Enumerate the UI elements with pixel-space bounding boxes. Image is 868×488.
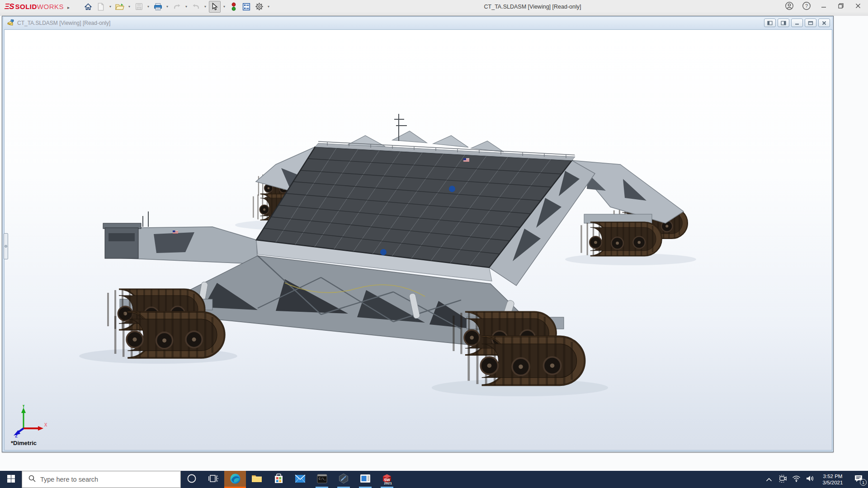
undo-dropdown[interactable]: ▾ bbox=[184, 5, 189, 9]
collapse-right-pane-button[interactable] bbox=[778, 19, 789, 27]
document-window: CT_TA.SLDASM [Viewing] [Read-only] bbox=[2, 16, 834, 452]
taskbar-app-blue-window[interactable] bbox=[354, 471, 376, 488]
windows-logo-icon bbox=[7, 475, 15, 484]
solidworks-app-icon: SW 2021 bbox=[381, 473, 393, 486]
microsoft-store-icon bbox=[274, 474, 283, 485]
window-controls: ? bbox=[782, 0, 865, 14]
account-button[interactable] bbox=[782, 1, 797, 13]
doc-close-icon bbox=[821, 19, 827, 27]
speaker-icon bbox=[806, 475, 814, 484]
doc-restore-icon bbox=[808, 19, 813, 27]
document-titlebar[interactable]: CT_TA.SLDASM [Viewing] [Read-only] bbox=[4, 17, 832, 29]
doc-minimize-button[interactable] bbox=[791, 19, 803, 27]
taskbar-app-mail[interactable] bbox=[289, 471, 311, 488]
taskbar-search-input[interactable] bbox=[40, 476, 180, 483]
file-properties-button[interactable] bbox=[241, 1, 252, 13]
restore-button[interactable] bbox=[834, 1, 848, 13]
close-button[interactable] bbox=[851, 1, 865, 13]
select-cursor-icon bbox=[211, 3, 218, 11]
network-button[interactable] bbox=[789, 471, 803, 488]
cortana-icon bbox=[187, 474, 197, 485]
search-icon bbox=[28, 475, 36, 484]
account-icon bbox=[785, 1, 794, 12]
solidworks-logo: ΞS SOLID WORKS ▸ bbox=[5, 2, 70, 11]
rebuild-button[interactable] bbox=[228, 1, 240, 13]
print-button[interactable] bbox=[152, 1, 164, 13]
redo-dropdown[interactable]: ▾ bbox=[203, 5, 208, 9]
assembly-icon bbox=[7, 19, 14, 28]
doc-close-button[interactable] bbox=[818, 19, 830, 27]
minimize-button[interactable] bbox=[816, 1, 831, 13]
notification-badge: 1 bbox=[860, 479, 867, 486]
chevron-up-icon bbox=[766, 475, 772, 483]
feature-manager-splitter[interactable] bbox=[4, 233, 8, 259]
wifi-icon bbox=[792, 475, 801, 484]
new-document-button[interactable] bbox=[95, 1, 107, 13]
clock-time: 3:52 PM bbox=[817, 473, 848, 479]
cmd-prompt-text: C:\_ bbox=[319, 478, 326, 481]
quick-access-toolbar: ▾ ▾ ▾ ▾ ▾ ▾ ▾ ▾ bbox=[82, 1, 271, 13]
undo-button[interactable] bbox=[171, 1, 183, 13]
save-button[interactable] bbox=[133, 1, 145, 13]
save-floppy-icon bbox=[135, 3, 143, 10]
open-dropdown[interactable]: ▾ bbox=[127, 5, 132, 9]
taskbar-search[interactable] bbox=[22, 471, 181, 488]
app-titlebar: ΞS SOLID WORKS ▸ ▾ ▾ ▾ ▾ ▾ ▾ bbox=[0, 0, 868, 14]
graphics-viewport[interactable]: Y X Z *Dimetric bbox=[4, 29, 832, 450]
open-button[interactable] bbox=[114, 1, 126, 13]
view-orientation-label: *Dimetric bbox=[11, 440, 37, 446]
hexagon-app-icon bbox=[338, 473, 349, 486]
taskbar-app-command-prompt[interactable]: C:\_ bbox=[311, 471, 333, 488]
start-button[interactable] bbox=[0, 471, 22, 488]
svg-text:?: ? bbox=[805, 3, 808, 9]
new-document-icon bbox=[97, 3, 104, 11]
cad-model-crawler-transporter bbox=[5, 30, 833, 451]
options-button[interactable] bbox=[253, 1, 265, 13]
new-document-dropdown[interactable]: ▾ bbox=[108, 5, 113, 9]
logo-expand-arrow[interactable]: ▸ bbox=[67, 5, 70, 10]
task-view-button[interactable] bbox=[203, 471, 224, 488]
taskbar-app-hexagon-tool[interactable] bbox=[333, 471, 354, 488]
options-gear-icon bbox=[255, 2, 264, 11]
task-view-icon bbox=[208, 474, 218, 485]
mail-icon bbox=[295, 474, 306, 485]
taskbar-app-edge[interactable] bbox=[224, 471, 246, 488]
close-icon bbox=[855, 3, 861, 11]
file-explorer-icon bbox=[251, 474, 262, 485]
clock-date: 3/5/2021 bbox=[817, 479, 848, 486]
taskbar-app-solidworks[interactable]: SW 2021 bbox=[376, 471, 398, 488]
minimize-icon bbox=[821, 3, 827, 11]
doc-minimize-icon bbox=[794, 19, 800, 27]
help-button[interactable]: ? bbox=[799, 1, 814, 13]
home-button[interactable] bbox=[82, 1, 94, 13]
triad-z-label: Z bbox=[15, 434, 18, 437]
meet-now-icon bbox=[778, 475, 787, 484]
action-center-button[interactable]: 1 bbox=[849, 471, 868, 488]
restore-icon bbox=[838, 3, 844, 11]
save-dropdown[interactable]: ▾ bbox=[146, 5, 151, 9]
redo-button[interactable] bbox=[190, 1, 202, 13]
blue-window-app-icon bbox=[360, 474, 371, 485]
taskbar-app-store[interactable] bbox=[268, 471, 289, 488]
sw-year-text: 2021 bbox=[384, 481, 392, 485]
print-icon bbox=[154, 3, 162, 11]
solidworks-3ds-mark: ΞS bbox=[5, 2, 14, 11]
select-tool-dropdown[interactable]: ▾ bbox=[222, 5, 227, 9]
app-title: CT_TA.SLDASM [Viewing] [Read-only] bbox=[484, 0, 581, 14]
open-folder-icon bbox=[115, 3, 124, 11]
cortana-button[interactable] bbox=[181, 471, 203, 488]
tray-overflow-button[interactable] bbox=[762, 471, 776, 488]
doc-restore-button[interactable] bbox=[805, 19, 816, 27]
taskbar-clock[interactable]: 3:52 PM 3/5/2021 bbox=[816, 473, 849, 486]
pane-left-icon bbox=[767, 19, 773, 27]
collapse-left-pane-button[interactable] bbox=[764, 19, 776, 27]
volume-button[interactable] bbox=[803, 471, 816, 488]
command-prompt-icon: C:\_ bbox=[317, 474, 327, 485]
select-tool-button[interactable] bbox=[209, 1, 221, 13]
taskbar-app-file-explorer[interactable] bbox=[246, 471, 268, 488]
reference-triad: Y X Z bbox=[13, 405, 48, 437]
options-dropdown[interactable]: ▾ bbox=[266, 5, 271, 9]
home-icon bbox=[84, 3, 92, 11]
print-dropdown[interactable]: ▾ bbox=[165, 5, 170, 9]
meet-now-button[interactable] bbox=[776, 471, 789, 488]
